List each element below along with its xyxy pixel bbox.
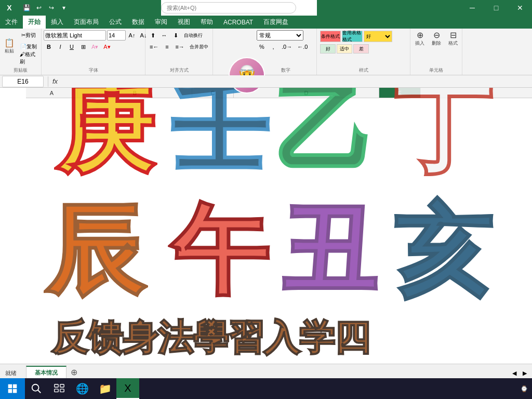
col-header-a[interactable]: A <box>26 88 78 98</box>
bold-button[interactable]: B <box>44 42 54 52</box>
scroll-sheet-left[interactable]: ◀ <box>509 368 520 378</box>
scroll-sheet-right[interactable]: ▶ <box>520 368 530 378</box>
svg-rect-0 <box>8 384 12 389</box>
search-input[interactable] <box>161 2 296 14</box>
align-bottom-button[interactable]: ⬇ <box>170 30 181 41</box>
search-taskbar-icon[interactable] <box>25 378 48 399</box>
comma-button[interactable]: , <box>268 42 278 52</box>
cut-button[interactable]: ✂剪切 <box>18 30 39 41</box>
font-size-input[interactable] <box>107 30 126 41</box>
menu-item-0[interactable]: 文件 <box>0 16 23 29</box>
font-name-input[interactable] <box>44 30 106 41</box>
align-center-button[interactable]: ≡ <box>162 42 172 52</box>
insert-button[interactable]: ⊕ 插入 <box>413 30 427 48</box>
menu-item-3[interactable]: 页面布局 <box>69 16 104 29</box>
underline-button[interactable]: U <box>66 42 77 52</box>
table-format-button[interactable]: 套用表格格式 <box>342 31 363 42</box>
fill-color-button[interactable]: A▾ <box>89 42 100 52</box>
excel-logo-icon: X <box>2 1 17 15</box>
svg-rect-2 <box>8 389 12 393</box>
increase-font-button[interactable]: A↑ <box>127 30 137 41</box>
svg-line-5 <box>38 390 41 393</box>
paste-button[interactable]: 📋 粘贴 <box>2 38 17 56</box>
align-left-button[interactable]: ≡← <box>148 42 161 52</box>
menu-item-4[interactable]: 公式 <box>104 16 127 29</box>
font-color-button[interactable]: A▾ <box>101 42 112 52</box>
increase-decimal-button[interactable]: .0→ <box>280 42 294 52</box>
cells-row1: ⊕ 插入 ⊖ 删除 ⊟ 格式 <box>413 30 460 48</box>
number-row1: 常规 数字 货币 百分比 <box>257 30 314 41</box>
col-header-e[interactable]: E <box>379 88 421 98</box>
col-header-c[interactable]: C <box>192 88 234 98</box>
taskview-icon[interactable] <box>48 378 71 399</box>
menu-bar: 文件开始插入页面布局公式数据审阅视图帮助ACROBAT百度网盘 <box>0 16 532 29</box>
merge-center-button[interactable]: 合并居中 <box>188 42 210 52</box>
menu-item-8[interactable]: 帮助 <box>195 16 218 29</box>
chrome-icon[interactable]: 🌐 <box>71 378 94 399</box>
ribbon: 📋 粘贴 ✂剪切 📄复制 🖌格式刷 剪贴板 A↑ A↓ B I U ⊞ A▾ A… <box>0 29 532 75</box>
quick-access-bar: X 💾 ↩ ↪ ▾ <box>0 1 70 15</box>
cells-label: 单元格 <box>410 67 462 74</box>
formula-input[interactable] <box>60 76 532 87</box>
file-explorer-icon[interactable]: 📁 <box>94 378 116 399</box>
border-button[interactable]: ⊞ <box>78 42 88 52</box>
redo-icon[interactable]: ↪ <box>46 2 57 14</box>
good-style[interactable]: 好差适中 <box>364 31 392 42</box>
align-top-button[interactable]: ⬆ <box>148 30 158 41</box>
styles-label: 样式 <box>317 67 410 74</box>
svg-point-4 <box>32 384 39 391</box>
time-display: ⌚ <box>521 385 528 392</box>
align-row2: ≡← ≡ ≡→ 合并居中 <box>148 41 210 52</box>
format-label: 格式 <box>448 40 458 47</box>
formula-divider <box>48 76 48 87</box>
font-group: A↑ A↓ B I U ⊞ A▾ A▾ 字体 <box>42 29 145 75</box>
formula-bar: fx <box>0 75 532 88</box>
more-icon[interactable]: ▾ <box>58 2 70 14</box>
sheet-tab-basic-info[interactable]: 基本情况 <box>26 366 66 378</box>
wrap-text-button[interactable]: 自动换行 <box>182 30 205 41</box>
format-painter-button[interactable]: 🖌格式刷 <box>18 53 39 63</box>
italic-button[interactable]: I <box>55 42 65 52</box>
maximize-button[interactable]: □ <box>484 0 508 16</box>
insert-label: 插入 <box>415 40 424 47</box>
minimize-button[interactable]: ─ <box>460 0 484 16</box>
close-button[interactable]: ✕ <box>508 0 532 16</box>
menu-items: 文件开始插入页面布局公式数据审阅视图帮助ACROBAT百度网盘 <box>0 16 294 29</box>
quick-access-group: 💾 ↩ ↪ ▾ <box>21 2 70 14</box>
alignment-label: 对齐方式 <box>145 67 212 74</box>
menu-item-5[interactable]: 数据 <box>127 16 150 29</box>
spreadsheet: A B C D E <box>0 88 532 363</box>
menu-item-9[interactable]: ACROBAT <box>218 16 258 29</box>
menu-item-1[interactable]: 开始 <box>23 16 46 29</box>
alignment-group: ⬆ ↔ ⬇ 自动换行 ≡← ≡ ≡→ 合并居中 对齐方式 <box>145 29 213 75</box>
delete-button[interactable]: ⊖ 删除 <box>429 30 444 48</box>
clipboard-label: 剪贴板 <box>0 67 41 74</box>
excel-taskbar-icon[interactable]: X <box>116 378 139 399</box>
col-header-b[interactable]: B <box>78 88 192 98</box>
start-button[interactable] <box>0 378 25 399</box>
delete-label: 删除 <box>432 40 441 47</box>
save-icon[interactable]: 💾 <box>21 2 32 14</box>
undo-icon[interactable]: ↩ <box>33 2 45 14</box>
number-format-select[interactable]: 常规 数字 货币 百分比 <box>257 30 303 41</box>
cell-style-select[interactable]: 好差适中 <box>364 33 392 39</box>
decrease-decimal-button[interactable]: ←.0 <box>295 42 310 52</box>
menu-item-10[interactable]: 百度网盘 <box>258 16 294 29</box>
align-right-button[interactable]: ≡→ <box>173 42 186 52</box>
percent-button[interactable]: % <box>257 42 267 52</box>
svg-rect-9 <box>60 389 64 392</box>
menu-item-2[interactable]: 插入 <box>46 16 69 29</box>
menu-item-7[interactable]: 视图 <box>172 16 195 29</box>
svg-rect-3 <box>13 389 17 393</box>
menu-item-6[interactable]: 审阅 <box>150 16 172 29</box>
font-label: 字体 <box>42 67 145 74</box>
align-middle-button[interactable]: ↔ <box>159 30 169 41</box>
copy-button[interactable]: 📄复制 <box>18 42 39 52</box>
add-sheet-button[interactable]: ⊕ <box>68 366 80 378</box>
font-row1: A↑ A↓ <box>44 30 143 41</box>
format-icon: ⊟ <box>450 31 457 39</box>
cell-reference-input[interactable] <box>2 76 44 87</box>
window-controls: ─ □ ✕ <box>460 0 532 16</box>
conditional-format-button[interactable]: 条件格式 <box>320 31 341 42</box>
format-button[interactable]: ⊟ 格式 <box>446 30 460 48</box>
